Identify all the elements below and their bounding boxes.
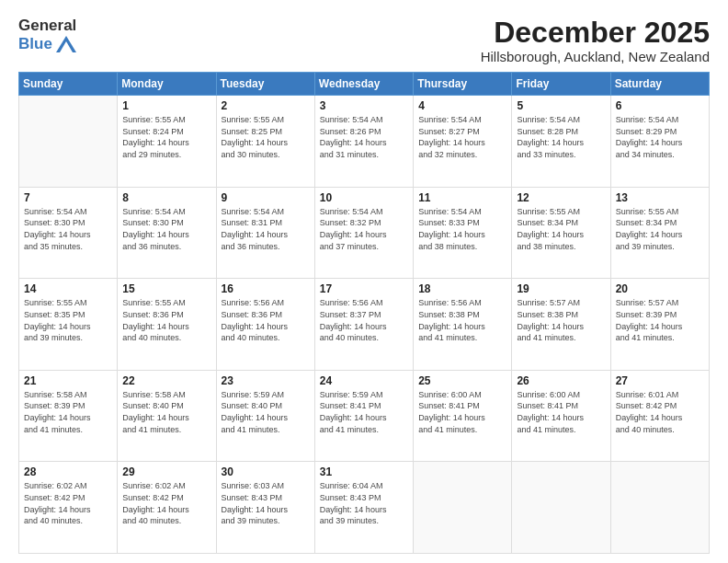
day-number: 25 bbox=[418, 374, 506, 387]
logo-line2: Blue bbox=[18, 35, 76, 53]
calendar-cell: 25Sunrise: 6:00 AM Sunset: 8:41 PM Dayli… bbox=[414, 370, 512, 462]
day-number: 24 bbox=[320, 374, 408, 387]
calendar-header-thursday: Thursday bbox=[414, 73, 512, 96]
calendar-cell: 15Sunrise: 5:55 AM Sunset: 8:36 PM Dayli… bbox=[118, 279, 216, 371]
calendar-header-saturday: Saturday bbox=[610, 73, 709, 96]
day-number: 13 bbox=[616, 191, 704, 204]
day-info: Sunrise: 5:57 AM Sunset: 8:39 PM Dayligh… bbox=[616, 297, 704, 343]
day-info: Sunrise: 5:55 AM Sunset: 8:24 PM Dayligh… bbox=[122, 114, 210, 160]
calendar-header-monday: Monday bbox=[118, 73, 216, 96]
day-info: Sunrise: 5:54 AM Sunset: 8:33 PM Dayligh… bbox=[418, 206, 506, 252]
day-number: 30 bbox=[222, 465, 310, 478]
calendar-cell bbox=[610, 462, 709, 554]
subtitle: Hillsborough, Auckland, New Zealand bbox=[481, 49, 710, 64]
calendar-header-tuesday: Tuesday bbox=[216, 73, 314, 96]
calendar-cell: 29Sunrise: 6:02 AM Sunset: 8:42 PM Dayli… bbox=[118, 462, 216, 554]
day-info: Sunrise: 6:03 AM Sunset: 8:43 PM Dayligh… bbox=[222, 480, 310, 526]
calendar-cell: 18Sunrise: 5:56 AM Sunset: 8:38 PM Dayli… bbox=[414, 279, 512, 371]
calendar-header-friday: Friday bbox=[512, 73, 610, 96]
day-info: Sunrise: 5:56 AM Sunset: 8:37 PM Dayligh… bbox=[320, 297, 408, 343]
calendar-cell: 27Sunrise: 6:01 AM Sunset: 8:42 PM Dayli… bbox=[610, 370, 709, 462]
logo-line1: General bbox=[18, 17, 76, 35]
day-number: 1 bbox=[122, 99, 210, 112]
day-number: 8 bbox=[122, 191, 210, 204]
calendar-cell: 5Sunrise: 5:54 AM Sunset: 8:28 PM Daylig… bbox=[512, 96, 610, 188]
logo: General Blue bbox=[18, 17, 76, 53]
day-number: 16 bbox=[222, 282, 310, 295]
day-number: 3 bbox=[320, 99, 408, 112]
calendar-cell: 31Sunrise: 6:04 AM Sunset: 8:43 PM Dayli… bbox=[314, 462, 413, 554]
day-info: Sunrise: 5:54 AM Sunset: 8:29 PM Dayligh… bbox=[616, 114, 704, 160]
day-info: Sunrise: 5:58 AM Sunset: 8:40 PM Dayligh… bbox=[122, 389, 210, 435]
day-number: 6 bbox=[616, 99, 704, 112]
calendar-week-4: 28Sunrise: 6:02 AM Sunset: 8:42 PM Dayli… bbox=[19, 462, 710, 554]
day-info: Sunrise: 5:58 AM Sunset: 8:39 PM Dayligh… bbox=[24, 389, 112, 435]
day-info: Sunrise: 6:00 AM Sunset: 8:41 PM Dayligh… bbox=[418, 389, 506, 435]
calendar-cell: 14Sunrise: 5:55 AM Sunset: 8:35 PM Dayli… bbox=[19, 279, 118, 371]
calendar-cell: 20Sunrise: 5:57 AM Sunset: 8:39 PM Dayli… bbox=[610, 279, 709, 371]
day-info: Sunrise: 5:54 AM Sunset: 8:27 PM Dayligh… bbox=[418, 114, 506, 160]
day-info: Sunrise: 5:54 AM Sunset: 8:30 PM Dayligh… bbox=[122, 206, 210, 252]
day-info: Sunrise: 5:55 AM Sunset: 8:34 PM Dayligh… bbox=[616, 206, 704, 252]
day-info: Sunrise: 5:54 AM Sunset: 8:28 PM Dayligh… bbox=[517, 114, 605, 160]
calendar-cell: 6Sunrise: 5:54 AM Sunset: 8:29 PM Daylig… bbox=[610, 96, 709, 188]
logo-icon bbox=[56, 36, 76, 52]
day-number: 7 bbox=[24, 191, 112, 204]
day-number: 14 bbox=[24, 282, 112, 295]
day-number: 5 bbox=[517, 99, 605, 112]
main-title: December 2025 bbox=[481, 17, 710, 49]
calendar-week-1: 7Sunrise: 5:54 AM Sunset: 8:30 PM Daylig… bbox=[19, 187, 710, 279]
calendar-cell: 10Sunrise: 5:54 AM Sunset: 8:32 PM Dayli… bbox=[314, 187, 413, 279]
day-number: 17 bbox=[320, 282, 408, 295]
calendar-cell: 4Sunrise: 5:54 AM Sunset: 8:27 PM Daylig… bbox=[414, 96, 512, 188]
calendar-header-wednesday: Wednesday bbox=[314, 73, 413, 96]
calendar-cell: 21Sunrise: 5:58 AM Sunset: 8:39 PM Dayli… bbox=[19, 370, 118, 462]
calendar-cell: 19Sunrise: 5:57 AM Sunset: 8:38 PM Dayli… bbox=[512, 279, 610, 371]
day-info: Sunrise: 6:04 AM Sunset: 8:43 PM Dayligh… bbox=[320, 480, 408, 526]
day-info: Sunrise: 5:59 AM Sunset: 8:41 PM Dayligh… bbox=[320, 389, 408, 435]
day-info: Sunrise: 6:00 AM Sunset: 8:41 PM Dayligh… bbox=[517, 389, 605, 435]
day-number: 26 bbox=[517, 374, 605, 387]
title-block: December 2025 Hillsborough, Auckland, Ne… bbox=[481, 17, 710, 64]
calendar-cell: 28Sunrise: 6:02 AM Sunset: 8:42 PM Dayli… bbox=[19, 462, 118, 554]
day-number: 11 bbox=[418, 191, 506, 204]
day-number: 27 bbox=[616, 374, 704, 387]
day-number: 23 bbox=[222, 374, 310, 387]
calendar-cell: 12Sunrise: 5:55 AM Sunset: 8:34 PM Dayli… bbox=[512, 187, 610, 279]
day-number: 15 bbox=[122, 282, 210, 295]
day-number: 2 bbox=[222, 99, 310, 112]
day-number: 19 bbox=[517, 282, 605, 295]
day-number: 20 bbox=[616, 282, 704, 295]
day-info: Sunrise: 5:54 AM Sunset: 8:30 PM Dayligh… bbox=[24, 206, 112, 252]
day-number: 28 bbox=[24, 465, 112, 478]
page: General Blue December 2025 Hillsborough,… bbox=[0, 0, 728, 563]
calendar-cell bbox=[19, 96, 118, 188]
calendar-week-3: 21Sunrise: 5:58 AM Sunset: 8:39 PM Dayli… bbox=[19, 370, 710, 462]
day-number: 10 bbox=[320, 191, 408, 204]
day-info: Sunrise: 5:56 AM Sunset: 8:36 PM Dayligh… bbox=[222, 297, 310, 343]
calendar-cell: 13Sunrise: 5:55 AM Sunset: 8:34 PM Dayli… bbox=[610, 187, 709, 279]
day-info: Sunrise: 5:55 AM Sunset: 8:34 PM Dayligh… bbox=[517, 206, 605, 252]
day-number: 21 bbox=[24, 374, 112, 387]
day-info: Sunrise: 5:56 AM Sunset: 8:38 PM Dayligh… bbox=[418, 297, 506, 343]
day-info: Sunrise: 6:02 AM Sunset: 8:42 PM Dayligh… bbox=[122, 480, 210, 526]
calendar-cell: 17Sunrise: 5:56 AM Sunset: 8:37 PM Dayli… bbox=[314, 279, 413, 371]
day-number: 4 bbox=[418, 99, 506, 112]
day-info: Sunrise: 5:55 AM Sunset: 8:35 PM Dayligh… bbox=[24, 297, 112, 343]
calendar-cell: 23Sunrise: 5:59 AM Sunset: 8:40 PM Dayli… bbox=[216, 370, 314, 462]
calendar-cell: 8Sunrise: 5:54 AM Sunset: 8:30 PM Daylig… bbox=[118, 187, 216, 279]
day-info: Sunrise: 6:02 AM Sunset: 8:42 PM Dayligh… bbox=[24, 480, 112, 526]
calendar-cell: 9Sunrise: 5:54 AM Sunset: 8:31 PM Daylig… bbox=[216, 187, 314, 279]
calendar-cell: 3Sunrise: 5:54 AM Sunset: 8:26 PM Daylig… bbox=[314, 96, 413, 188]
day-info: Sunrise: 5:59 AM Sunset: 8:40 PM Dayligh… bbox=[222, 389, 310, 435]
header: General Blue December 2025 Hillsborough,… bbox=[18, 17, 710, 64]
calendar-week-2: 14Sunrise: 5:55 AM Sunset: 8:35 PM Dayli… bbox=[19, 279, 710, 371]
calendar-cell: 22Sunrise: 5:58 AM Sunset: 8:40 PM Dayli… bbox=[118, 370, 216, 462]
calendar-cell: 2Sunrise: 5:55 AM Sunset: 8:25 PM Daylig… bbox=[216, 96, 314, 188]
calendar-table: SundayMondayTuesdayWednesdayThursdayFrid… bbox=[18, 72, 710, 554]
day-number: 9 bbox=[222, 191, 310, 204]
calendar-cell bbox=[512, 462, 610, 554]
calendar-cell: 11Sunrise: 5:54 AM Sunset: 8:33 PM Dayli… bbox=[414, 187, 512, 279]
day-info: Sunrise: 5:54 AM Sunset: 8:26 PM Dayligh… bbox=[320, 114, 408, 160]
calendar-week-0: 1Sunrise: 5:55 AM Sunset: 8:24 PM Daylig… bbox=[19, 96, 710, 188]
